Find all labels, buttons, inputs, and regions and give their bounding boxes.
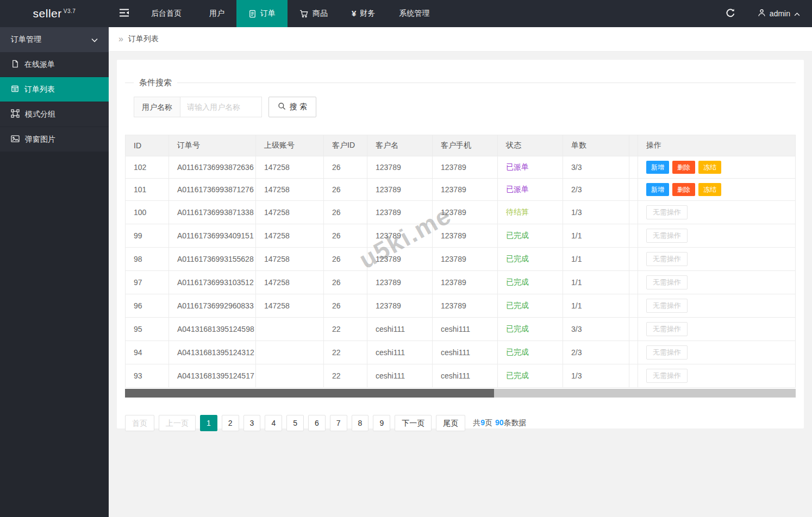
navbar-right: admin xyxy=(715,0,812,27)
cell-customer-phone: 123789 xyxy=(433,224,498,248)
user-name: admin xyxy=(770,9,790,18)
cell-customer-id: 26 xyxy=(324,179,367,201)
sidebar-item-label: 弹窗图片 xyxy=(25,135,55,144)
sidebar-item-label: 在线派单 xyxy=(24,60,55,70)
pagination-page-6[interactable]: 6 xyxy=(308,415,326,431)
search-button[interactable]: 搜 索 xyxy=(268,97,316,117)
no-action-button: 无需操作 xyxy=(646,299,688,313)
pagination-page-9[interactable]: 9 xyxy=(373,415,390,431)
sidebar-section-order-management[interactable]: 订单管理 xyxy=(0,27,109,52)
scrollbar-thumb[interactable] xyxy=(125,389,494,398)
cell-count: 1/3 xyxy=(563,201,629,224)
sidebar: 订单管理 在线派单订单列表模式分组弹窗图片 xyxy=(0,27,109,517)
column-header-上级账号: 上级账号 xyxy=(256,135,324,156)
nav-item-商品[interactable]: 商品 xyxy=(288,0,340,27)
status-badge: 待结算 xyxy=(506,207,529,216)
action-button-新增[interactable]: 新增 xyxy=(646,183,669,196)
sidebar-item-弹窗图片[interactable]: 弹窗图片 xyxy=(0,127,109,152)
pagination-next-button[interactable]: 下一页 xyxy=(395,415,432,431)
nav-item-label: 商品 xyxy=(313,9,328,18)
sidebar-item-在线派单[interactable]: 在线派单 xyxy=(0,52,109,77)
cell-spacer xyxy=(629,341,638,364)
pagination-page-8[interactable]: 8 xyxy=(352,415,369,431)
nav-item-订单[interactable]: 订单 xyxy=(236,0,288,27)
action-button-新增[interactable]: 新增 xyxy=(646,161,669,174)
sidebar-item-模式分组[interactable]: 模式分组 xyxy=(0,102,109,127)
status-badge: 已完成 xyxy=(506,231,529,239)
nav-item-财务[interactable]: ¥财务 xyxy=(340,0,387,27)
table-row: 93A0413168139512451722ceshi111ceshi111已完… xyxy=(126,364,796,388)
pagination-last-button[interactable]: 尾页 xyxy=(436,415,465,431)
cell-count: 2/3 xyxy=(563,341,629,364)
refresh-button[interactable] xyxy=(715,0,746,27)
cell-count: 3/3 xyxy=(563,156,629,179)
table-row: 102A011617369938726361472582612378912378… xyxy=(126,156,796,179)
cell-customer-name: ceshi111 xyxy=(367,341,433,364)
pagination-page-3[interactable]: 3 xyxy=(243,415,261,431)
status-badge: 已完成 xyxy=(506,254,529,263)
no-action-button: 无需操作 xyxy=(646,205,688,219)
summary-pages-unit: 页 xyxy=(485,418,492,427)
nav-item-label: 后台首页 xyxy=(151,9,182,18)
pagination-page-2[interactable]: 2 xyxy=(222,415,239,431)
no-action-button: 无需操作 xyxy=(646,369,688,383)
pagination-page-1[interactable]: 1 xyxy=(200,415,217,431)
pagination: 首页上一页123456789下一页尾页共9页90条数据 xyxy=(125,415,796,431)
cell-spacer xyxy=(629,248,638,271)
no-action-button: 无需操作 xyxy=(646,345,688,360)
cell-actions: 无需操作 xyxy=(638,364,796,388)
cell-customer-name: 123789 xyxy=(367,271,433,294)
cell-count: 3/3 xyxy=(563,318,629,341)
collapse-menu-button[interactable] xyxy=(109,0,139,27)
cell-customer-phone: 123789 xyxy=(433,294,498,318)
nav-item-label: 用户 xyxy=(209,9,224,18)
cell-id: 96 xyxy=(126,294,169,318)
cell-id: 94 xyxy=(126,341,169,364)
cell-customer-id: 22 xyxy=(324,318,367,341)
table-row: 96A0116173699296083314725826123789123789… xyxy=(126,294,796,318)
list-icon xyxy=(11,85,19,94)
sidebar-item-label: 订单列表 xyxy=(24,85,55,94)
search-form: 用户名称 搜 索 xyxy=(134,97,796,117)
action-button-冻结[interactable]: 冻结 xyxy=(698,161,721,174)
status-badge: 已派单 xyxy=(506,185,529,193)
username-input[interactable] xyxy=(180,97,262,117)
search-icon xyxy=(278,102,286,112)
cell-customer-phone: 123789 xyxy=(433,201,498,224)
pagination-page-5[interactable]: 5 xyxy=(286,415,304,431)
sidebar-item-订单列表[interactable]: 订单列表 xyxy=(0,77,109,102)
cell-spacer xyxy=(629,364,638,388)
cell-parent-account xyxy=(256,364,324,388)
action-button-删除[interactable]: 删除 xyxy=(672,183,695,196)
user-menu[interactable]: admin xyxy=(746,0,812,27)
cell-parent-account: 147258 xyxy=(256,224,324,248)
cell-order-no: A01161736993103512 xyxy=(169,271,256,294)
cell-count: 1/1 xyxy=(563,271,629,294)
table-row: 94A0413168139512431222ceshi111ceshi111已完… xyxy=(126,341,796,364)
orders-table-wrap: ID订单号上级账号客户ID客户名客户手机状态单数操作 102A011617369… xyxy=(125,135,796,398)
pagination-first-button[interactable]: 首页 xyxy=(125,415,154,431)
cell-actions: 无需操作 xyxy=(638,201,796,224)
cell-customer-id: 26 xyxy=(324,271,367,294)
nav-item-系统管理[interactable]: 系统管理 xyxy=(387,0,441,27)
file-icon xyxy=(11,60,19,70)
pagination-page-7[interactable]: 7 xyxy=(330,415,347,431)
cell-id: 93 xyxy=(126,364,169,388)
action-button-冻结[interactable]: 冻结 xyxy=(698,183,721,196)
column-header-订单号: 订单号 xyxy=(169,135,256,156)
logo-version: V3.7 xyxy=(64,8,76,14)
pagination-prev-button[interactable]: 上一页 xyxy=(159,415,196,431)
cell-status: 已派单 xyxy=(498,156,563,179)
cell-status: 已完成 xyxy=(498,294,563,318)
cell-id: 97 xyxy=(126,271,169,294)
cell-customer-name: ceshi111 xyxy=(367,318,433,341)
yen-icon: ¥ xyxy=(352,9,356,18)
pagination-page-4[interactable]: 4 xyxy=(265,415,282,431)
cell-id: 99 xyxy=(126,224,169,248)
app-logo: sellerV3.7 xyxy=(0,0,109,27)
nav-item-用户[interactable]: 用户 xyxy=(193,0,236,27)
action-button-删除[interactable]: 删除 xyxy=(672,161,695,174)
nav-item-后台首页[interactable]: 后台首页 xyxy=(139,0,193,27)
table-body: 102A011617369938726361472582612378912378… xyxy=(126,156,796,388)
horizontal-scrollbar[interactable] xyxy=(125,389,796,398)
